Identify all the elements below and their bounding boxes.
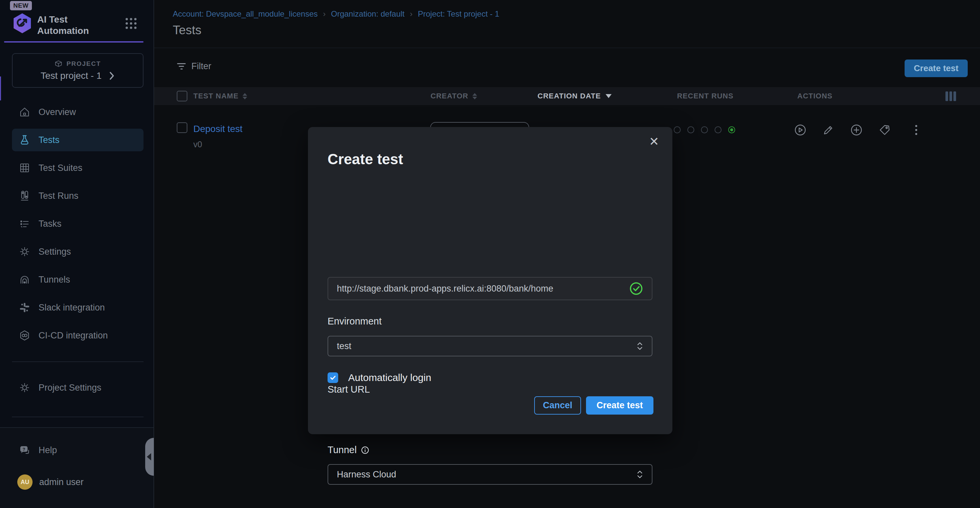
edit-test-button[interactable]	[821, 123, 835, 137]
sidebar-item-label: Settings	[38, 247, 71, 257]
run-status-dot[interactable]	[701, 126, 708, 133]
column-header-creator[interactable]: CREATOR	[431, 87, 477, 105]
cube-icon	[54, 60, 62, 68]
select-chevrons-icon	[636, 342, 643, 350]
sidebar-item-project-settings[interactable]: Project Settings	[12, 376, 143, 399]
breadcrumb-project-link[interactable]: Project: Test project - 1	[418, 9, 499, 19]
column-header-creation-date[interactable]: CREATION DATE	[538, 87, 612, 105]
sidebar-item-tests[interactable]: Tests	[12, 129, 143, 151]
modal-title: Create test	[328, 151, 403, 168]
sort-desc-icon	[606, 94, 612, 98]
user-name: admin user	[39, 477, 84, 487]
sidebar-item-cicd-integration[interactable]: CI-CD integration	[12, 324, 143, 347]
sidebar-item-tunnels[interactable]: Tunnels	[12, 268, 143, 291]
sidebar-item-slack-integration[interactable]: Slack integration	[12, 296, 143, 319]
sidebar-item-overview[interactable]: Overview	[12, 101, 143, 123]
test-name-link[interactable]: Deposit test	[193, 124, 242, 134]
column-settings-icon[interactable]	[945, 91, 956, 101]
tasks-list-icon	[19, 218, 30, 230]
collapse-arrow-icon	[147, 453, 151, 460]
checkbox-checked-icon[interactable]	[328, 372, 338, 383]
sort-arrows-icon	[242, 93, 247, 99]
app-switcher-icon[interactable]	[126, 18, 137, 29]
table-header: TEST NAME CREATOR CREATION DATE RECENT R…	[154, 87, 980, 105]
column-header-test-name[interactable]: TEST NAME	[193, 87, 247, 105]
sidebar-footer: ? Help AU admin user	[0, 427, 153, 508]
tunnel-icon	[19, 274, 30, 286]
column-header-recent-runs: RECENT RUNS	[677, 87, 733, 105]
sidebar-item-label: Overview	[38, 107, 76, 117]
breadcrumb: Account: Devspace_all_module_licenses › …	[173, 9, 499, 19]
sidebar-item-label: Tasks	[38, 219, 62, 229]
slack-icon	[19, 302, 30, 313]
sidebar-item-label: Test Runs	[38, 191, 78, 201]
tag-button[interactable]	[878, 123, 891, 137]
breadcrumb-account-link[interactable]: Account: Devspace_all_module_licenses	[173, 9, 318, 19]
project-selector[interactable]: PROJECT Test project - 1	[12, 53, 143, 88]
breadcrumb-separator: ›	[410, 9, 413, 19]
breadcrumb-organization-link[interactable]: Organization: default	[331, 9, 404, 19]
sidebar-item-test-suites[interactable]: Test Suites	[12, 157, 143, 179]
run-status-dot[interactable]	[674, 126, 681, 133]
environment-select[interactable]: test	[328, 336, 652, 356]
sidebar-item-settings[interactable]: Settings	[12, 240, 143, 263]
start-url-input[interactable]: http://stage.dbank.prod-apps.relicx.ai:8…	[328, 277, 652, 300]
home-icon	[19, 106, 30, 118]
sidebar-item-label: Help	[38, 445, 57, 455]
sidebar-collapse-handle[interactable]	[145, 438, 154, 476]
sidebar-item-label: Tunnels	[38, 275, 70, 285]
modal-create-test-button[interactable]: Create test	[586, 396, 654, 415]
grid-icon	[19, 162, 30, 174]
url-valid-check-icon	[629, 281, 643, 296]
run-test-button[interactable]	[794, 123, 807, 137]
gear-icon	[19, 246, 30, 258]
sidebar-item-label: CI-CD integration	[38, 331, 108, 341]
select-all-checkbox[interactable]	[177, 91, 187, 101]
sidebar-item-label: Test Suites	[38, 163, 83, 173]
chevron-right-icon	[109, 72, 115, 80]
sidebar-item-tasks[interactable]: Tasks	[12, 212, 143, 235]
recent-runs	[674, 126, 735, 133]
close-icon[interactable]: ✕	[649, 136, 659, 148]
project-label: PROJECT	[67, 60, 101, 67]
help-chat-icon: ?	[19, 444, 30, 456]
project-name: Test project - 1	[41, 70, 102, 81]
filter-label: Filter	[191, 61, 211, 72]
tunnel-value: Harness Cloud	[337, 470, 636, 480]
add-to-suite-button[interactable]	[850, 123, 863, 137]
svg-text:?: ?	[22, 447, 25, 452]
cancel-button[interactable]: Cancel	[534, 396, 581, 415]
avatar: AU	[17, 474, 33, 490]
auto-login-label: Automatically login	[348, 372, 431, 383]
tunnel-select[interactable]: Harness Cloud	[328, 464, 652, 485]
sidebar-item-help[interactable]: ? Help	[12, 439, 143, 462]
run-status-dot[interactable]	[687, 126, 694, 133]
test-runs-icon	[19, 190, 30, 202]
new-badge: NEW	[10, 1, 32, 10]
sidebar-item-label: Project Settings	[38, 383, 101, 393]
sidebar-item-label: Slack integration	[38, 302, 105, 313]
start-url-label: Start URL	[328, 384, 370, 395]
edge-accent-bar	[0, 77, 1, 101]
sidebar-item-label: Tests	[38, 135, 59, 145]
environment-value: test	[337, 341, 636, 351]
info-icon[interactable]	[361, 446, 369, 454]
sidebar-divider	[12, 361, 143, 362]
cicd-link-icon	[19, 329, 30, 342]
auto-login-checkbox-row[interactable]: Automatically login	[328, 372, 431, 383]
header-divider	[154, 48, 980, 48]
sidebar-item-test-runs[interactable]: Test Runs	[12, 185, 143, 207]
sort-arrows-icon	[473, 93, 477, 99]
create-test-button[interactable]: Create test	[905, 59, 968, 77]
filter-button[interactable]: Filter	[177, 61, 211, 72]
user-menu[interactable]: AU admin user	[17, 474, 84, 490]
more-actions-button[interactable]	[910, 123, 923, 137]
row-checkbox[interactable]	[177, 122, 187, 133]
sidebar: NEW AI Test Automation PROJECT	[0, 0, 154, 508]
run-status-dot-passed[interactable]	[728, 126, 735, 133]
flask-icon	[19, 134, 30, 146]
gear-icon	[19, 382, 30, 394]
select-chevrons-icon	[636, 470, 643, 479]
run-status-dot[interactable]	[714, 126, 722, 133]
app-logo-icon	[13, 13, 32, 34]
